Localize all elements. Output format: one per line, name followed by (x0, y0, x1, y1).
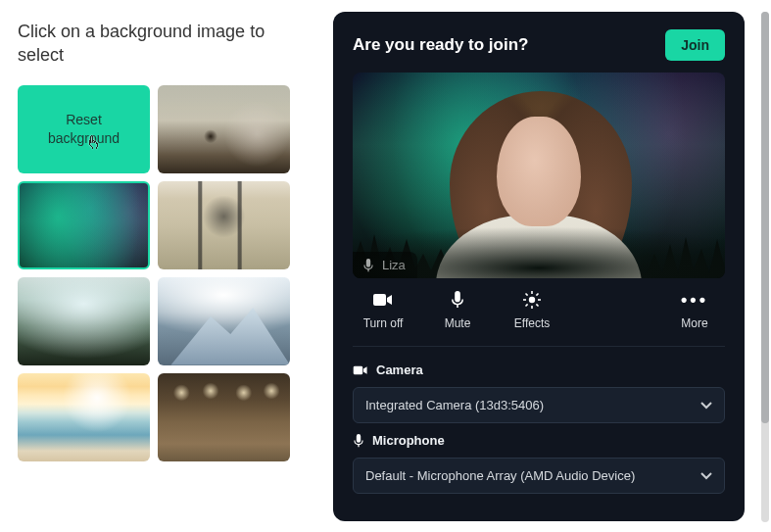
video-preview: Liza (353, 73, 725, 278)
microphone-label-text: Microphone (372, 433, 445, 448)
join-panel-title: Are you ready to join? (353, 35, 528, 55)
background-tile-beach-sunset[interactable] (18, 373, 150, 461)
trees-silhouette-icon (353, 219, 725, 278)
mic-icon (451, 290, 464, 310)
ellipsis-icon: ••• (681, 290, 708, 310)
background-selector-panel: Click on a background image to select Re… (0, 0, 323, 532)
device-settings: Camera Integrated Camera (13d3:5406) Mic… (353, 346, 725, 494)
svg-line-7 (536, 304, 538, 306)
camera-section-label: Camera (353, 363, 725, 377)
mic-icon (353, 434, 364, 448)
svg-rect-0 (373, 294, 386, 306)
scrollbar-thumb[interactable] (761, 12, 769, 423)
scrollbar[interactable] (761, 12, 769, 522)
camera-select-value: Integrated Camera (13d3:5406) (365, 398, 544, 412)
reset-background-tile[interactable]: Reset background 👆︎ (18, 85, 150, 173)
background-tile-snow-mountain[interactable] (158, 277, 290, 365)
background-tile-coffee-shop[interactable] (158, 85, 290, 173)
reset-background-label: Reset background (48, 111, 120, 148)
microphone-section-label: Microphone (353, 433, 725, 448)
svg-line-8 (526, 304, 528, 306)
effects-button[interactable]: Effects (507, 290, 556, 330)
svg-line-9 (536, 294, 538, 296)
background-selector-title: Click on a background image to select (18, 20, 306, 68)
join-panel-header: Are you ready to join? Join (353, 29, 725, 61)
microphone-select[interactable]: Default - Microphone Array (AMD Audio De… (353, 458, 725, 494)
effects-label: Effects (514, 316, 550, 330)
video-user-name: Liza (382, 258, 406, 272)
join-panel: Are you ready to join? Join Liza (333, 12, 745, 521)
microphone-select-value: Default - Microphone Array (AMD Audio De… (365, 468, 635, 483)
join-preview-wrapper: Are you ready to join? Join Liza (323, 0, 771, 532)
background-grid: Reset background 👆︎ (18, 85, 306, 461)
pointer-cursor-icon: 👆︎ (86, 132, 102, 154)
mute-button[interactable]: Mute (433, 290, 482, 330)
user-avatar-preview (497, 117, 581, 226)
camera-label-text: Camera (376, 363, 423, 377)
svg-rect-10 (354, 365, 362, 374)
video-camera-icon (372, 290, 394, 310)
more-label: More (681, 316, 707, 330)
turn-off-label: Turn off (363, 316, 404, 330)
brightness-icon (522, 290, 542, 310)
media-controls: Turn off Mute Effects ••• More (353, 278, 725, 346)
join-button[interactable]: Join (665, 29, 725, 61)
background-tile-restaurant[interactable] (158, 373, 290, 461)
mute-label: Mute (445, 316, 471, 330)
background-tile-mountain-valley[interactable] (18, 277, 150, 365)
mic-icon (362, 259, 374, 272)
chevron-down-icon (700, 468, 712, 483)
turn-off-video-button[interactable]: Turn off (359, 290, 408, 330)
background-tile-aurora[interactable] (18, 181, 150, 269)
more-button[interactable]: ••• More (670, 290, 719, 330)
svg-point-1 (529, 297, 535, 303)
video-camera-icon (353, 364, 368, 376)
chevron-down-icon (700, 398, 712, 412)
svg-line-6 (526, 294, 528, 296)
video-name-tag: Liza (353, 252, 417, 278)
background-tile-outdoor-chairs[interactable] (158, 181, 290, 269)
camera-select[interactable]: Integrated Camera (13d3:5406) (353, 387, 725, 423)
